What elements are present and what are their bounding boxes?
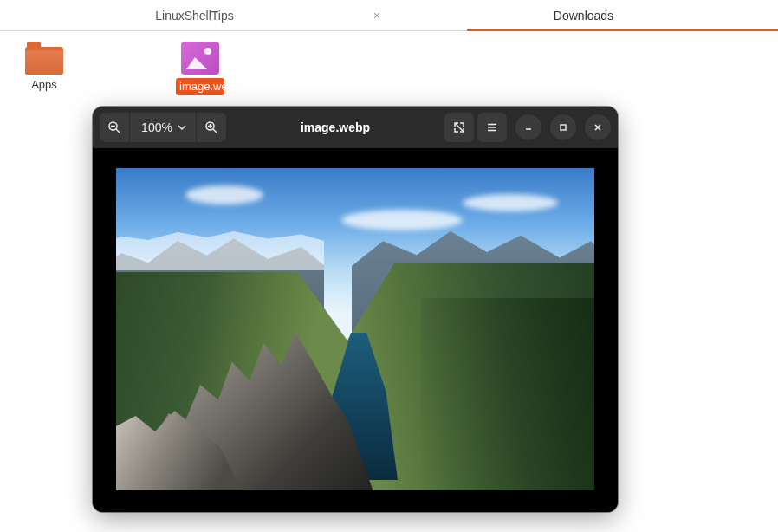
tab-downloads[interactable]: Downloads (389, 0, 778, 30)
close-icon (593, 122, 603, 133)
zoom-level-button[interactable]: 100% (129, 113, 197, 142)
image-icon (181, 42, 219, 75)
viewer-body (93, 148, 618, 512)
svg-line-4 (213, 129, 217, 133)
svg-rect-13 (561, 125, 566, 130)
folder-icon (25, 42, 63, 75)
zoom-in-button[interactable] (197, 113, 226, 142)
maximize-icon (558, 122, 568, 133)
image-viewer-window: 100% image.webp (93, 107, 618, 512)
minimize-button[interactable] (515, 114, 541, 140)
hamburger-icon (486, 121, 498, 133)
zoom-out-button[interactable] (100, 113, 129, 142)
tab-label: Downloads (554, 9, 613, 23)
file-item-image[interactable]: image.webp (161, 42, 239, 95)
menu-button[interactable] (477, 113, 507, 142)
tab-bar: LinuxShellTips × Downloads (0, 0, 778, 31)
minimize-icon (523, 122, 534, 133)
files-area: Apps image.webp (0, 31, 778, 95)
titlebar: 100% image.webp (93, 107, 618, 148)
chevron-down-icon (178, 123, 186, 132)
maximize-button[interactable] (550, 114, 576, 140)
svg-line-1 (116, 129, 120, 133)
tab-linuxshelltips[interactable]: LinuxShellTips × (0, 0, 389, 30)
zoom-level-label: 100% (141, 120, 172, 134)
fullscreen-icon (453, 121, 465, 133)
folder-label: Apps (31, 78, 57, 91)
close-button[interactable] (585, 114, 611, 140)
zoom-in-icon (204, 120, 218, 134)
file-label: image.webp (176, 78, 224, 95)
window-title: image.webp (230, 120, 441, 134)
folder-item-apps[interactable]: Apps (5, 42, 83, 95)
tab-label: LinuxShellTips (155, 9, 234, 23)
fullscreen-button[interactable] (444, 113, 474, 142)
image-content (116, 168, 594, 490)
zoom-out-icon (107, 120, 121, 134)
close-icon[interactable]: × (373, 9, 380, 23)
active-tab-indicator (467, 29, 778, 31)
zoom-controls: 100% (100, 113, 226, 142)
